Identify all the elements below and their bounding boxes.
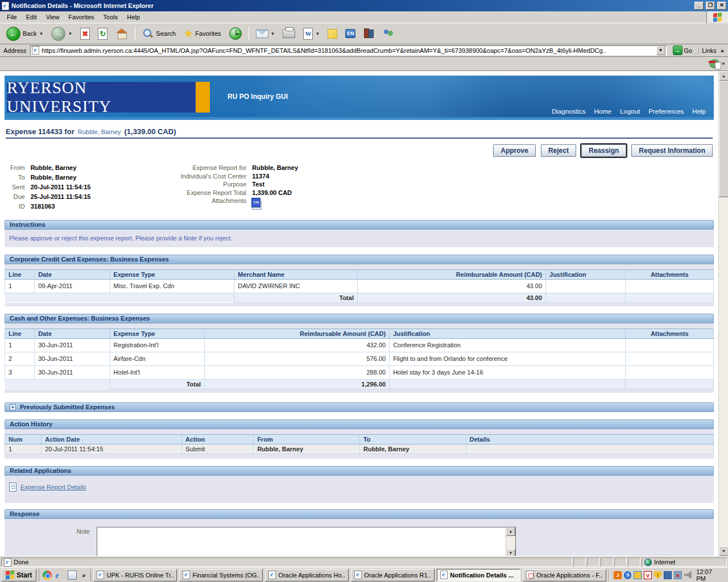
taskbar-task-oracle-forms[interactable]: Oracle Applications - F... bbox=[523, 569, 606, 581]
instructions-section: Instructions Please approve or reject th… bbox=[5, 220, 714, 247]
refresh-button[interactable]: ↻ bbox=[95, 26, 110, 41]
search-button[interactable]: Search bbox=[139, 26, 179, 41]
ryerson-logo-gold-bar bbox=[196, 82, 210, 113]
scrollbar-down-icon[interactable]: ▼ bbox=[719, 546, 728, 556]
total-row: Total 1,296.00 bbox=[5, 379, 714, 389]
links-chevron-icon: » bbox=[719, 47, 726, 54]
network-icon[interactable] bbox=[664, 571, 672, 579]
history-button[interactable] bbox=[226, 26, 245, 41]
internet-zone-globe-icon bbox=[644, 559, 652, 566]
action-buttons: Approve Reject Reassign Request Informat… bbox=[5, 144, 713, 157]
antivirus-icon[interactable]: V bbox=[644, 571, 652, 579]
ie-task-icon bbox=[354, 571, 362, 579]
quick-launch-chevron-icon[interactable]: » bbox=[80, 572, 87, 579]
edit-dropdown-icon[interactable]: ▼ bbox=[315, 31, 320, 36]
expense-owner-link[interactable]: Rubble, Barney bbox=[78, 128, 121, 135]
accessibility-icon[interactable]: ♿ bbox=[624, 571, 632, 579]
favorites-button[interactable]: ★ Favorites bbox=[181, 26, 224, 41]
mail-button[interactable]: ▼ bbox=[253, 28, 278, 40]
nav-logout[interactable]: Logout bbox=[620, 108, 640, 115]
java-tray-icon[interactable]: J bbox=[614, 571, 622, 579]
nav-home[interactable]: Home bbox=[594, 108, 611, 115]
forward-dropdown-icon[interactable]: ▼ bbox=[68, 31, 72, 36]
updates-icon[interactable] bbox=[634, 571, 642, 579]
note-scrollbar[interactable]: ▲ ▼ bbox=[506, 527, 515, 556]
network-disconnected-icon[interactable]: ✕ bbox=[674, 571, 682, 579]
restore-button[interactable]: ❐ bbox=[706, 2, 715, 10]
volume-icon[interactable] bbox=[684, 571, 692, 579]
taskbar-task-oracle-r1[interactable]: Oracle Applications R1... bbox=[351, 569, 435, 581]
menu-file[interactable]: File bbox=[2, 13, 22, 22]
sticky-note-button[interactable] bbox=[325, 27, 340, 40]
print-button[interactable] bbox=[280, 27, 298, 40]
minimize-button[interactable]: _ bbox=[694, 2, 704, 10]
menu-tools[interactable]: Tools bbox=[99, 13, 123, 22]
reassign-button[interactable]: Reassign bbox=[581, 144, 626, 157]
attachment-icon[interactable]: 170 bbox=[252, 198, 262, 210]
note-label: Note bbox=[5, 527, 97, 556]
links-bar[interactable]: Links » bbox=[698, 47, 726, 54]
corporate-cc-table: LineDateExpense Type Merchant NameReimbu… bbox=[5, 269, 714, 303]
internet-explorer-icon[interactable]: e bbox=[55, 571, 64, 580]
scroll-down-icon[interactable]: ▼ bbox=[506, 549, 515, 556]
back-button[interactable]: ← Back ▼ bbox=[3, 25, 46, 43]
taskbar-task-upk[interactable]: UPK - RUFIS Online Tr... bbox=[93, 569, 177, 581]
start-button[interactable]: Start bbox=[1, 569, 36, 581]
scrollbar-thumb[interactable] bbox=[719, 81, 728, 197]
cash-expenses-header: Cash and Other Expenses: Business Expens… bbox=[5, 314, 714, 323]
notification-details: FromRubble, Barney ToRubble, Barney Sent… bbox=[5, 164, 714, 213]
security-alert-shield-icon[interactable]: ! bbox=[654, 571, 662, 579]
total-row: Total 43.00 bbox=[5, 293, 714, 302]
zone-text: Internet bbox=[654, 559, 675, 566]
taskbar-task-oracle-home[interactable]: Oracle Applications Ho... bbox=[265, 569, 349, 581]
table-row: 130-Jun-2011Registration-Int'l 432.00Con… bbox=[5, 338, 714, 352]
menu-help[interactable]: Help bbox=[122, 13, 144, 22]
menu-edit[interactable]: Edit bbox=[22, 13, 42, 22]
request-information-button[interactable]: Request Information bbox=[631, 144, 713, 157]
messenger-translate-button[interactable]: EN bbox=[342, 27, 358, 40]
close-button[interactable]: ✕ bbox=[717, 2, 726, 10]
window-title: Notification Details - Microsoft Interne… bbox=[11, 2, 692, 9]
adobe-pdf-convert-icon[interactable] bbox=[709, 59, 719, 68]
scrollbar-up-icon[interactable]: ▲ bbox=[719, 71, 728, 81]
address-dropdown-icon[interactable]: ▼ bbox=[656, 46, 665, 55]
forward-button[interactable]: → ▼ bbox=[48, 25, 75, 43]
stop-button[interactable]: ✖ bbox=[77, 26, 93, 41]
nav-preferences[interactable]: Preferences bbox=[648, 108, 684, 115]
messenger-button[interactable] bbox=[380, 27, 397, 40]
mail-dropdown-icon[interactable]: ▼ bbox=[271, 31, 275, 36]
windows-explorer-icon[interactable] bbox=[68, 571, 77, 580]
chrome-icon[interactable] bbox=[43, 571, 52, 580]
menu-view[interactable]: View bbox=[42, 13, 64, 22]
action-history-table: NumAction Date ActionFrom ToDetails 120-… bbox=[5, 434, 714, 454]
ie-task-icon bbox=[97, 571, 104, 579]
ryerson-banner: RYERSON UNIVERSITY RU PO Inquiry GUI Dia… bbox=[5, 76, 714, 120]
back-dropdown-icon[interactable]: ▼ bbox=[39, 31, 43, 36]
home-button[interactable] bbox=[113, 27, 131, 40]
note-textarea[interactable] bbox=[97, 527, 506, 556]
address-input[interactable]: https://finuweb.admin.ryerson.ca:4445/OA… bbox=[30, 45, 667, 56]
go-button[interactable]: → Go bbox=[670, 44, 696, 56]
corporate-cc-section: Corporate Credit Card Expenses: Business… bbox=[5, 255, 714, 306]
status-pane: Done bbox=[1, 558, 572, 567]
edit-word-icon: W bbox=[303, 28, 313, 40]
address-bar: Address https://finuweb.admin.ryerson.ca… bbox=[0, 44, 728, 57]
taskbar-task-financial-systems[interactable]: Financial Systems (OG... bbox=[179, 569, 263, 581]
messenger-icon bbox=[383, 29, 394, 38]
expense-report-details-link[interactable]: Expense Report Details bbox=[20, 484, 86, 490]
refresh-icon: ↻ bbox=[98, 28, 107, 40]
nav-diagnostics[interactable]: Diagnostics bbox=[552, 108, 585, 115]
page-scrollbar[interactable]: ▲ ▼ bbox=[718, 71, 728, 556]
research-button[interactable] bbox=[361, 27, 378, 40]
approve-button[interactable]: Approve bbox=[493, 144, 536, 157]
menu-favorites[interactable]: Favorites bbox=[64, 13, 98, 22]
nav-help[interactable]: Help bbox=[692, 108, 706, 115]
scroll-up-icon[interactable]: ▲ bbox=[506, 527, 515, 536]
expand-plus-icon[interactable]: + bbox=[10, 404, 16, 410]
adobe-dropdown-icon[interactable]: ▼ bbox=[721, 61, 726, 66]
taskbar-task-notification-details[interactable]: Notification Details ... bbox=[437, 569, 520, 581]
quick-launch: e » bbox=[39, 569, 91, 581]
reject-button[interactable]: Reject bbox=[541, 144, 576, 157]
edit-button[interactable]: W▼ bbox=[300, 26, 322, 41]
table-row: 120-Jul-2011 11:54:15 SubmitRubble, Barn… bbox=[5, 444, 714, 454]
